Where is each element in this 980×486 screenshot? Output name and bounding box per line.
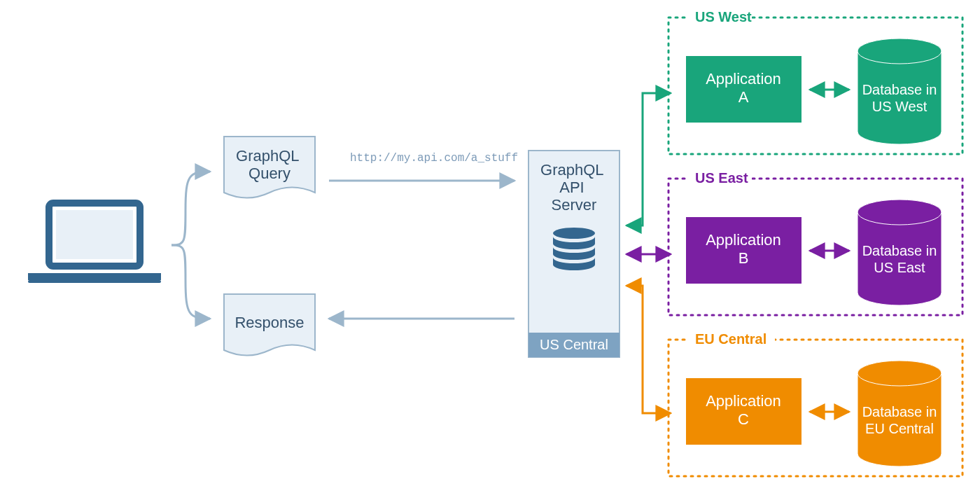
response-card: Response bbox=[224, 294, 315, 356]
url-label: http://my.api.com/a_stuff bbox=[350, 152, 518, 165]
query-label-line2: Query bbox=[248, 165, 290, 182]
server-label-line1: GraphQL bbox=[540, 161, 603, 179]
region-eucentral: EU CentralApplicationC Database inEU Cen… bbox=[668, 331, 962, 476]
graphql-api-server: GraphQL API Server US Central bbox=[528, 151, 620, 357]
region-name: US East bbox=[695, 170, 748, 186]
svg-point-20 bbox=[858, 361, 941, 386]
response-label: Response bbox=[234, 314, 304, 331]
brace-icon bbox=[172, 172, 210, 319]
query-label-line1: GraphQL bbox=[236, 147, 299, 165]
laptop-icon bbox=[28, 203, 161, 283]
connector-eucentral bbox=[626, 286, 671, 413]
region-useast: US EastApplicationB Database inUS East bbox=[668, 170, 962, 315]
svg-point-16 bbox=[858, 200, 941, 225]
server-region: US Central bbox=[540, 337, 608, 352]
connector-uswest bbox=[626, 93, 671, 225]
svg-rect-3 bbox=[28, 280, 161, 283]
svg-point-7 bbox=[553, 228, 595, 239]
region-uswest: US WestApplicationA Database inUS West bbox=[668, 9, 962, 154]
region-name: EU Central bbox=[695, 331, 766, 347]
server-label-line2: API bbox=[559, 179, 584, 196]
graphql-query-card: GraphQL Query bbox=[224, 137, 315, 198]
server-label-line3: Server bbox=[552, 196, 597, 214]
svg-rect-1 bbox=[56, 210, 133, 259]
svg-rect-2 bbox=[28, 273, 161, 280]
region-name: US West bbox=[695, 9, 752, 25]
svg-point-12 bbox=[858, 39, 941, 64]
